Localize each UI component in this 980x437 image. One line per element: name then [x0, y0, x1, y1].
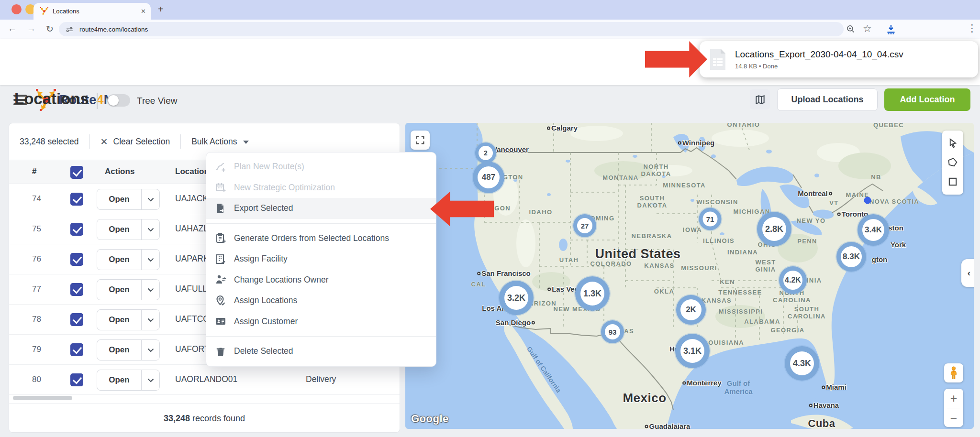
open-button-label[interactable]: Open — [97, 370, 142, 390]
menu-item-assign-locations[interactable]: Assign Locations — [206, 290, 436, 311]
map-label-state: OKLA — [654, 288, 674, 295]
menu-item-change-locations-owner[interactable]: Change Locations Owner — [206, 270, 436, 291]
city-dot-icon — [829, 192, 832, 196]
rectangle-tool-icon[interactable] — [947, 176, 958, 187]
open-button-label[interactable]: Open — [97, 219, 142, 240]
title-divider — [97, 93, 98, 109]
open-dropdown-chevron-icon[interactable] — [142, 250, 159, 270]
polygon-tool-icon[interactable] — [947, 157, 958, 168]
cluster-marker[interactable]: 4.3K — [785, 346, 819, 381]
zoom-in-button[interactable]: + — [944, 389, 963, 408]
cluster-marker[interactable]: 3.4K — [858, 214, 889, 246]
cursor-tool-icon[interactable] — [947, 138, 958, 149]
city-dot-icon — [547, 288, 551, 291]
open-dropdown-chevron-icon[interactable] — [142, 219, 159, 240]
map-label-state: MISSOURI — [681, 265, 717, 272]
menu-item-label: Assign Locations — [234, 295, 297, 306]
menu-item-delete-selected[interactable]: Delete Selected — [206, 341, 436, 362]
open-button[interactable]: Open — [97, 189, 160, 210]
map-label-city: San Diego — [496, 318, 535, 327]
cluster-marker[interactable]: 2 — [475, 142, 496, 164]
row-checkbox[interactable] — [70, 373, 83, 386]
chevron-down-icon — [243, 141, 249, 144]
forward-icon[interactable]: → — [27, 23, 36, 34]
select-all-checkbox[interactable] — [70, 166, 83, 179]
cluster-marker[interactable]: 4.2K — [779, 266, 807, 294]
cluster-marker[interactable]: 27 — [573, 214, 596, 237]
upload-locations-button[interactable]: Upload Locations — [777, 88, 878, 111]
cluster-marker[interactable]: 3.1K — [675, 334, 710, 368]
open-button-label[interactable]: Open — [97, 340, 142, 360]
browser-menu-kebab-icon[interactable]: ⋮ — [967, 22, 977, 34]
open-button[interactable]: Open — [97, 279, 160, 300]
open-dropdown-chevron-icon[interactable] — [142, 370, 159, 390]
clear-selection-button[interactable]: ✕ Clear Selection — [100, 136, 170, 147]
map-panel[interactable]: CalgaryVancouverWinnipegMontrealTorontoB… — [405, 123, 974, 429]
open-button[interactable]: Open — [97, 339, 160, 361]
col-actions[interactable]: Actions — [105, 167, 134, 176]
menu-item-generate-orders-from-selected-locations[interactable]: Generate Orders from Selected Locations — [206, 228, 436, 249]
city-dot-icon — [477, 272, 480, 275]
zoom-page-icon[interactable] — [846, 24, 856, 34]
menu-item-assign-facility[interactable]: Assign Facility — [206, 249, 436, 270]
bookmark-star-icon[interactable]: ☆ — [863, 23, 872, 34]
row-checkbox[interactable] — [70, 313, 83, 326]
collapse-panel-tab[interactable]: ‹ — [961, 259, 974, 287]
city-dot-icon — [822, 386, 825, 389]
download-meta: 14.8 KB • Done — [735, 63, 903, 70]
row-checkbox[interactable] — [70, 223, 83, 236]
open-button[interactable]: Open — [97, 309, 160, 330]
address-bar[interactable]: route4me.com/locations — [59, 22, 844, 36]
id-card-icon — [215, 316, 226, 327]
downloads-icon[interactable] — [885, 23, 897, 35]
open-button[interactable]: Open — [97, 219, 160, 240]
map-label-state: MONTANA — [602, 175, 638, 182]
row-checkbox[interactable] — [70, 343, 83, 356]
cluster-marker[interactable]: 2.8K — [757, 212, 791, 246]
tab-close-icon[interactable]: ✕ — [141, 8, 146, 14]
horizontal-scrollbar[interactable] — [13, 396, 72, 400]
browser-tab[interactable]: Locations ✕ — [33, 3, 151, 20]
cluster-marker[interactable]: 1.3K — [575, 276, 610, 311]
menu-item-assign-customer[interactable]: Assign Customer — [206, 311, 436, 332]
menu-item-export-selected[interactable]: Export Selected — [206, 198, 436, 219]
cluster-marker[interactable]: 3.2K — [499, 281, 534, 315]
window-close-button[interactable] — [11, 4, 22, 14]
pegman-button[interactable] — [944, 363, 963, 382]
zoom-out-button[interactable]: − — [944, 408, 963, 427]
open-dropdown-chevron-icon[interactable] — [142, 280, 159, 300]
col-location[interactable]: Location — [175, 167, 209, 176]
reload-icon[interactable]: ↻ — [46, 23, 54, 34]
cluster-marker[interactable]: 2K — [676, 295, 706, 325]
tree-view-toggle[interactable] — [107, 94, 130, 107]
site-settings-icon[interactable] — [66, 25, 74, 33]
open-button-label[interactable]: Open — [97, 280, 142, 300]
map-label-state: NB — [871, 174, 881, 181]
open-button-label[interactable]: Open — [97, 189, 142, 209]
open-dropdown-chevron-icon[interactable] — [142, 310, 159, 330]
download-popup[interactable]: Locations_Export_2030-04-04_10_04.csv 14… — [700, 41, 978, 77]
cluster-marker[interactable]: 71 — [699, 208, 722, 230]
fullscreen-button[interactable] — [411, 131, 430, 150]
cluster-marker[interactable]: 487 — [473, 162, 504, 193]
cluster-marker[interactable]: 8.3K — [836, 242, 866, 272]
map-label-city: Miami — [822, 383, 846, 391]
open-dropdown-chevron-icon[interactable] — [142, 189, 159, 209]
divider — [180, 134, 181, 149]
open-button[interactable]: Open — [97, 370, 160, 391]
row-checkbox[interactable] — [70, 193, 83, 206]
add-location-button[interactable]: Add Location — [884, 88, 970, 111]
open-button[interactable]: Open — [97, 249, 160, 270]
map-view-button[interactable] — [750, 89, 770, 109]
row-checkbox[interactable] — [70, 283, 83, 296]
back-icon[interactable]: ← — [8, 23, 17, 34]
map-label-state: CAL — [471, 281, 486, 288]
row-checkbox[interactable] — [70, 253, 83, 266]
open-button-label[interactable]: Open — [97, 250, 142, 270]
open-dropdown-chevron-icon[interactable] — [142, 340, 159, 360]
cluster-marker[interactable]: 93 — [601, 320, 624, 343]
new-tab-icon[interactable]: + — [158, 4, 164, 15]
bulk-actions-button[interactable]: Bulk Actions — [191, 137, 248, 147]
menu-separator — [206, 223, 436, 224]
open-button-label[interactable]: Open — [97, 310, 142, 330]
